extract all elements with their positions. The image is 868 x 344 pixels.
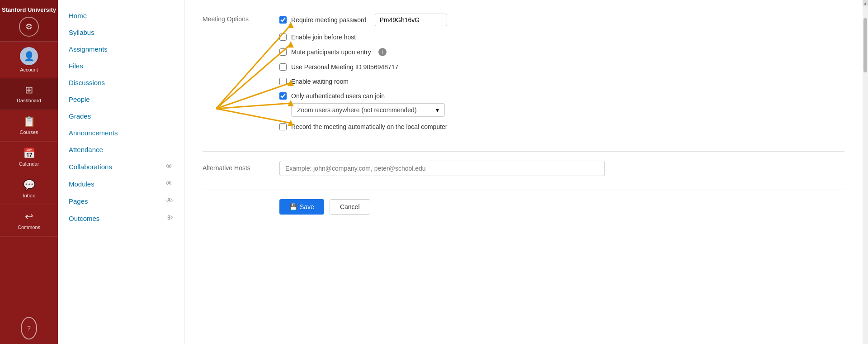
- stanford-seal-icon: ⚙: [19, 17, 39, 37]
- nav-commons-label: Commons: [18, 225, 40, 230]
- sidebar-outcomes-label: Outcomes: [69, 215, 99, 222]
- collaborations-visibility-icon[interactable]: 👁: [166, 162, 173, 171]
- waiting-room-label: Enable waiting room: [291, 78, 349, 85]
- authenticated-users-checkbox[interactable]: [279, 92, 287, 100]
- scrollbar[interactable]: ▲: [863, 0, 868, 344]
- record-meeting-checkbox[interactable]: [279, 123, 287, 130]
- pages-visibility-icon[interactable]: 👁: [166, 197, 173, 205]
- commons-icon: ↩: [25, 211, 33, 223]
- scroll-up-arrow[interactable]: ▲: [863, 0, 868, 6]
- option-authenticated-users: Only authenticated users can join: [279, 92, 844, 100]
- sidebar-item-discussions[interactable]: Discussions: [58, 74, 184, 91]
- inbox-icon: 💬: [23, 179, 35, 191]
- section-divider: [203, 151, 844, 152]
- sidebar-item-files[interactable]: Files: [58, 57, 184, 74]
- zoom-dropdown-label: Zoom users anywhere (not recommended): [297, 106, 417, 114]
- save-icon: 💾: [289, 203, 297, 210]
- mute-info-icon[interactable]: i: [378, 48, 387, 56]
- save-button[interactable]: 💾 Save: [279, 199, 324, 215]
- join-before-host-checkbox[interactable]: [279, 33, 287, 41]
- sidebar-announcements-label: Announcements: [69, 129, 118, 137]
- sidebar-item-attendance[interactable]: Attendance: [58, 141, 184, 158]
- sidebar-item-collaborations[interactable]: Collaborations 👁: [58, 158, 184, 175]
- modules-visibility-icon[interactable]: 👁: [166, 180, 173, 188]
- sidebar-home-label: Home: [69, 12, 87, 19]
- option-personal-id: Use Personal Meeting ID 9056948717: [279, 63, 844, 71]
- options-list: Require meeting password Enable join bef…: [279, 14, 844, 138]
- nav-dashboard-label: Dashboard: [17, 98, 41, 103]
- section-divider-2: [203, 190, 844, 190]
- account-label: Account: [20, 67, 38, 72]
- mute-participants-checkbox[interactable]: [279, 48, 287, 56]
- alt-hosts-label: Alternative Hosts: [203, 161, 261, 172]
- option-join-before-host: Enable join before host: [279, 33, 844, 41]
- sidebar-attendance-label: Attendance: [69, 146, 103, 153]
- sidebar-assignments-label: Assignments: [69, 45, 108, 53]
- alt-hosts-input[interactable]: [279, 161, 605, 176]
- authenticated-users-label: Only authenticated users can join: [291, 92, 385, 100]
- sidebar-grades-label: Grades: [69, 112, 91, 120]
- courses-icon: 📋: [23, 116, 35, 128]
- sidebar-item-grades[interactable]: Grades: [58, 108, 184, 124]
- sidebar-files-label: Files: [69, 62, 83, 70]
- nav-item-courses[interactable]: 📋 Courses: [0, 110, 58, 142]
- sidebar-collaborations-label: Collaborations: [69, 163, 112, 171]
- nav-item-help[interactable]: ?: [21, 317, 37, 339]
- nav-courses-label: Courses: [20, 129, 38, 135]
- waiting-room-checkbox[interactable]: [279, 78, 287, 85]
- alt-hosts-section: Alternative Hosts: [203, 161, 844, 176]
- password-input[interactable]: [375, 14, 447, 26]
- sidebar-item-syllabus[interactable]: Syllabus: [58, 24, 184, 41]
- meeting-options-section: Meeting Options Require meeting password…: [203, 14, 844, 138]
- require-password-label: Require meeting password: [291, 16, 367, 24]
- help-icon: ?: [27, 325, 31, 332]
- form-buttons: 💾 Save Cancel: [279, 199, 844, 215]
- nav-item-calendar[interactable]: 📅 Calendar: [0, 142, 58, 173]
- university-logo[interactable]: Stanford University ⚙: [0, 0, 58, 42]
- outcomes-visibility-icon[interactable]: 👁: [166, 214, 173, 222]
- nav-inbox-label: Inbox: [23, 193, 35, 198]
- mute-participants-label: Mute participants upon entry: [291, 48, 371, 56]
- sidebar-discussions-label: Discussions: [69, 79, 105, 86]
- nav-item-commons[interactable]: ↩ Commons: [0, 205, 58, 237]
- option-require-password: Require meeting password: [279, 14, 844, 26]
- left-nav: Stanford University ⚙ 👤 Account ⊞ Dashbo…: [0, 0, 58, 344]
- sidebar-modules-label: Modules: [69, 180, 94, 188]
- nav-item-inbox[interactable]: 💬 Inbox: [0, 173, 58, 205]
- option-record-meeting: Record the meeting automatically on the …: [279, 123, 844, 130]
- sidebar-pages-label: Pages: [69, 197, 88, 205]
- calendar-icon: 📅: [23, 148, 35, 159]
- join-before-host-label: Enable join before host: [291, 33, 356, 41]
- account-nav-item[interactable]: 👤 Account: [0, 42, 58, 78]
- sidebar-people-label: People: [69, 96, 90, 103]
- option-waiting-room: Enable waiting room: [279, 78, 844, 85]
- nav-calendar-label: Calendar: [19, 161, 39, 167]
- university-name: Stanford University: [2, 6, 56, 14]
- dropdown-chevron-icon: ▾: [436, 106, 439, 114]
- sidebar-syllabus-label: Syllabus: [69, 29, 94, 36]
- save-label: Save: [300, 203, 314, 210]
- scrollbar-thumb[interactable]: [863, 18, 867, 72]
- nav-item-dashboard[interactable]: ⊞ Dashboard: [0, 78, 58, 110]
- sidebar-item-people[interactable]: People: [58, 91, 184, 108]
- dashboard-icon: ⊞: [25, 84, 33, 96]
- personal-id-label: Use Personal Meeting ID 9056948717: [291, 63, 398, 71]
- sidebar-item-assignments[interactable]: Assignments: [58, 41, 184, 57]
- sidebar-item-pages[interactable]: Pages 👁: [58, 192, 184, 210]
- option-mute-participants: Mute participants upon entry i: [279, 48, 844, 56]
- sidebar-item-home[interactable]: Home: [58, 7, 184, 24]
- course-sidebar: Home Syllabus Assignments Files Discussi…: [58, 0, 184, 344]
- personal-id-checkbox[interactable]: [279, 63, 287, 71]
- sidebar-item-outcomes[interactable]: Outcomes 👁: [58, 210, 184, 227]
- main-content: Meeting Options Require meeting password…: [184, 0, 863, 344]
- sidebar-item-announcements[interactable]: Announcements: [58, 124, 184, 141]
- avatar: 👤: [20, 47, 38, 65]
- record-meeting-label: Record the meeting automatically on the …: [291, 123, 448, 130]
- meeting-options-label: Meeting Options: [203, 14, 261, 138]
- sidebar-item-modules[interactable]: Modules 👁: [58, 175, 184, 192]
- cancel-button[interactable]: Cancel: [330, 199, 370, 215]
- zoom-users-dropdown[interactable]: Zoom users anywhere (not recommended) ▾: [291, 103, 445, 117]
- require-password-checkbox[interactable]: [279, 16, 287, 24]
